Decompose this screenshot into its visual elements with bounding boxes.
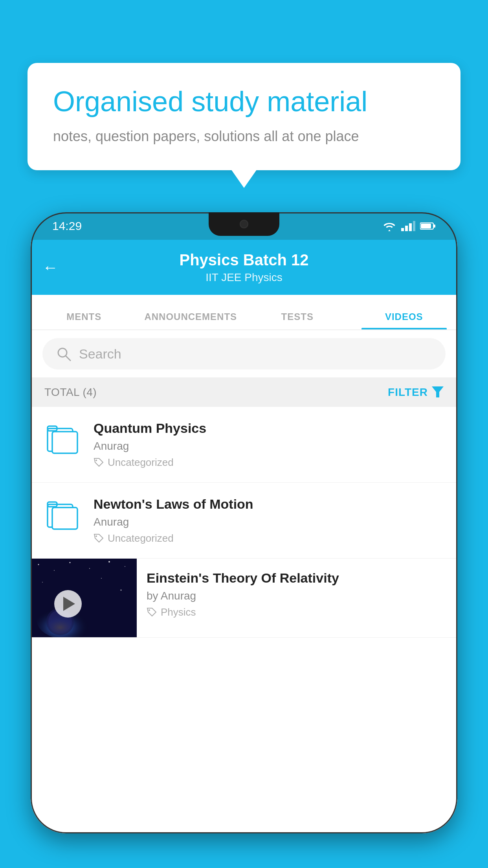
status-time: 14:29 [52, 219, 82, 233]
filter-icon [432, 386, 444, 398]
folder-icon-wrap [42, 497, 82, 531]
video-title: Newton's Laws of Motion [94, 497, 446, 512]
tab-announcements[interactable]: ANNOUNCEMENTS [138, 311, 244, 329]
phone-frame: 14:29 [31, 212, 457, 833]
svg-point-19 [54, 570, 55, 571]
speech-bubble: Organised study material notes, question… [28, 63, 460, 170]
search-icon [56, 346, 71, 361]
wifi-icon [382, 221, 396, 231]
bubble-title: Organised study material [53, 85, 435, 118]
svg-point-24 [42, 582, 43, 583]
svg-rect-2 [409, 223, 412, 231]
phone-wrapper: 14:29 [31, 212, 457, 868]
bubble-subtitle: notes, question papers, solutions all at… [53, 128, 435, 145]
video-tag: Uncategorized [94, 532, 446, 544]
svg-line-8 [66, 356, 70, 360]
video-info: Einstein's Theory Of Relativity by Anura… [137, 559, 457, 630]
notch [209, 212, 279, 236]
tabs-bar: MENTS ANNOUNCEMENTS TESTS VIDEOS [31, 295, 457, 330]
video-author: Anurag [94, 440, 446, 452]
video-title: Einstein's Theory Of Relativity [147, 570, 448, 586]
app-bar-title: Physics Batch 12 [179, 251, 308, 269]
battery-icon [420, 222, 436, 230]
play-button[interactable] [54, 590, 82, 618]
svg-point-12 [95, 460, 97, 461]
status-icons [382, 221, 436, 231]
folder-icon [46, 424, 79, 455]
back-button[interactable]: ← [42, 259, 58, 276]
svg-point-25 [121, 590, 122, 591]
folder-icon [46, 500, 79, 531]
svg-rect-3 [413, 221, 415, 231]
video-info: Quantum Physics Anurag Uncategorized [94, 421, 446, 469]
video-info: Newton's Laws of Motion Anurag Uncategor… [94, 497, 446, 544]
folder-icon-wrap [42, 421, 82, 455]
svg-point-30 [149, 609, 150, 611]
svg-rect-0 [401, 228, 404, 231]
play-icon [63, 597, 75, 611]
tag-label: Physics [161, 606, 196, 618]
tag-label: Uncategorized [108, 532, 174, 544]
svg-rect-5 [421, 224, 431, 228]
phone-screen: ← Physics Batch 12 IIT JEE Physics MENTS… [31, 240, 457, 833]
video-title: Quantum Physics [94, 421, 446, 436]
total-count: TOTAL (4) [44, 386, 97, 399]
svg-point-16 [95, 535, 97, 537]
list-item[interactable]: Einstein's Theory Of Relativity by Anura… [31, 559, 457, 638]
search-container: Search [31, 330, 457, 377]
svg-rect-6 [433, 224, 435, 228]
video-author: Anurag [94, 516, 446, 528]
search-bar[interactable]: Search [42, 338, 446, 370]
tab-ments[interactable]: MENTS [31, 311, 138, 329]
video-thumbnail [31, 559, 137, 637]
tab-tests[interactable]: TESTS [244, 311, 351, 329]
app-bar-subtitle: IIT JEE Physics [205, 271, 283, 284]
filter-label: FILTER [388, 386, 428, 399]
svg-point-23 [125, 566, 125, 567]
svg-rect-11 [52, 432, 77, 453]
tag-icon [94, 458, 104, 468]
list-item[interactable]: Quantum Physics Anurag Uncategorized [31, 407, 457, 483]
video-list: Quantum Physics Anurag Uncategorized [31, 407, 457, 638]
app-bar: ← Physics Batch 12 IIT JEE Physics [31, 240, 457, 295]
filter-button[interactable]: FILTER [388, 386, 444, 399]
video-tag: Uncategorized [94, 456, 446, 469]
svg-point-26 [101, 578, 102, 579]
svg-point-20 [70, 562, 71, 563]
list-item[interactable]: Newton's Laws of Motion Anurag Uncategor… [31, 483, 457, 559]
signal-icon [401, 221, 415, 231]
tag-label: Uncategorized [108, 456, 174, 469]
svg-point-18 [38, 564, 39, 565]
search-placeholder: Search [79, 346, 121, 362]
svg-rect-15 [52, 508, 77, 529]
svg-rect-1 [405, 226, 408, 231]
video-tag: Physics [147, 606, 448, 618]
svg-point-21 [89, 568, 90, 569]
video-author: by Anurag [147, 590, 448, 602]
svg-point-22 [108, 561, 110, 563]
thumbnail-bg [31, 559, 137, 637]
filter-row: TOTAL (4) FILTER [31, 377, 457, 407]
camera [240, 220, 248, 228]
tab-videos[interactable]: VIDEOS [351, 311, 458, 329]
tag-icon [147, 607, 157, 618]
tag-icon [94, 533, 104, 544]
